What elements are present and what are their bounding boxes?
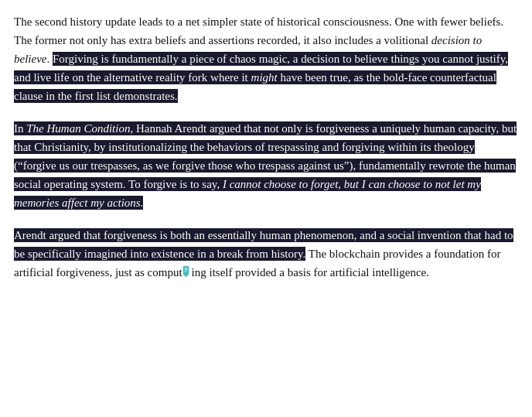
paragraph-2: In The Human Condition, Hannah Arendt ar… <box>14 119 518 212</box>
paragraph-3: Arendt argued that forgiveness is both a… <box>14 226 518 282</box>
highlight-forgiving: Forgiving is fundamentally a piece of ch… <box>14 52 508 103</box>
article-content: The second history update leads to a net… <box>14 12 518 282</box>
svg-rect-3 <box>185 269 188 270</box>
text-italic-quote: I cannot choose to forget, but I can cho… <box>14 178 481 209</box>
text-normal: The second history update leads to a net… <box>14 15 503 46</box>
paragraph-1: The second history update leads to a net… <box>14 12 518 105</box>
svg-marker-1 <box>183 274 189 277</box>
svg-rect-4 <box>185 271 186 272</box>
svg-rect-2 <box>185 268 187 268</box>
pencil-icon <box>182 265 192 283</box>
text-italic-book-title: The Human Condition, <box>26 122 133 135</box>
text-blockchain-end: ing itself provided a basis for artifici… <box>192 266 429 279</box>
text-italic-might: might <box>251 71 278 84</box>
highlight-human-condition: In The Human Condition, Hannah Arendt ar… <box>14 121 517 210</box>
text-normal-2: . <box>46 53 53 65</box>
